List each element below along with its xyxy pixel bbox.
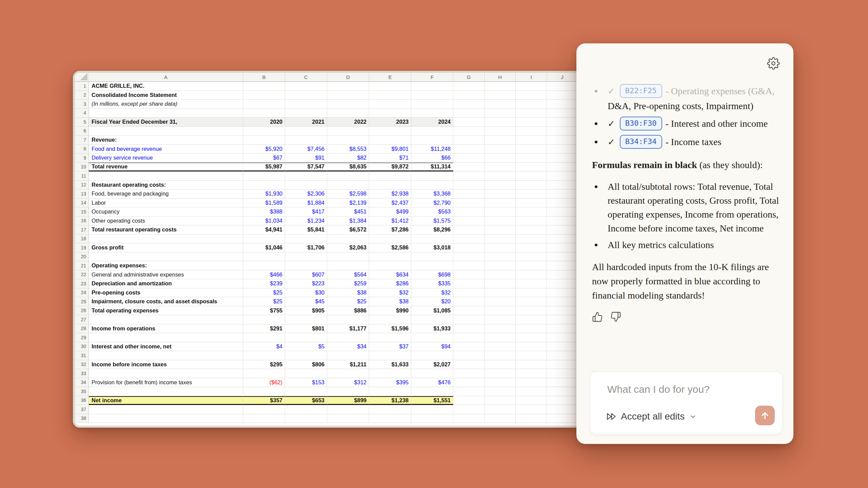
cell-C17[interactable]: $5,841 <box>285 225 327 235</box>
cell-I34[interactable] <box>516 378 547 387</box>
cell-J35[interactable] <box>547 387 578 396</box>
cell-A32[interactable]: Income before income taxes <box>89 360 243 369</box>
row-header-27[interactable]: 27 <box>75 315 89 324</box>
cell-E36[interactable]: $1,238 <box>369 396 411 405</box>
cell-F27[interactable] <box>411 315 453 324</box>
cell-B34[interactable]: ($62) <box>243 378 285 387</box>
cell-B10[interactable]: $5,987 <box>243 163 285 172</box>
cell-B11[interactable] <box>243 171 285 181</box>
cell-B2[interactable] <box>243 91 285 100</box>
cell-E21[interactable] <box>369 261 411 270</box>
cell-F20[interactable] <box>411 252 453 262</box>
cell-E23[interactable]: $286 <box>369 279 411 288</box>
cell-C27[interactable] <box>285 315 327 324</box>
cell-I10[interactable] <box>516 163 547 172</box>
cell-J30[interactable] <box>547 342 578 351</box>
cell-J37[interactable] <box>547 405 578 414</box>
cell-G27[interactable] <box>453 315 485 324</box>
cell-A26[interactable]: Total operating expenses <box>89 306 243 316</box>
cell-C26[interactable]: $905 <box>285 306 327 316</box>
cell-A6[interactable] <box>89 127 243 136</box>
row-header-18[interactable]: 18 <box>75 235 89 244</box>
cell-F5[interactable]: 2024 <box>411 118 453 127</box>
cell-E35[interactable] <box>369 387 411 396</box>
cell-F2[interactable] <box>411 91 453 100</box>
cell-G28[interactable] <box>453 324 485 333</box>
cell-I20[interactable] <box>516 252 547 262</box>
column-header-B[interactable]: B <box>243 73 285 82</box>
cell-I33[interactable] <box>516 369 547 378</box>
cell-J10[interactable] <box>547 163 578 172</box>
row-header-33[interactable]: 33 <box>75 369 89 378</box>
cell-A11[interactable] <box>89 171 243 181</box>
cell-E32[interactable]: $1,633 <box>369 360 411 369</box>
cell-A18[interactable] <box>89 235 243 244</box>
row-header-13[interactable]: 13 <box>75 189 89 199</box>
cell-G12[interactable] <box>453 181 485 190</box>
cell-F24[interactable]: $32 <box>411 288 453 298</box>
cell-C14[interactable]: $1,884 <box>285 199 327 208</box>
cell-A17[interactable]: Total restaurant operating costs <box>89 225 243 235</box>
cell-E12[interactable] <box>369 181 411 190</box>
cell-G13[interactable] <box>453 189 485 199</box>
cell-D23[interactable]: $259 <box>327 279 369 288</box>
row-header-32[interactable]: 32 <box>75 360 89 369</box>
cell-E13[interactable]: $2,938 <box>369 189 411 199</box>
cell-C8[interactable]: $7,456 <box>285 145 327 154</box>
cell-C12[interactable] <box>285 181 327 190</box>
cell-A24[interactable]: Pre-opening costs <box>89 288 243 298</box>
cell-H32[interactable] <box>485 360 516 369</box>
cell-J20[interactable] <box>547 252 578 262</box>
cell-I18[interactable] <box>516 235 547 244</box>
cell-E6[interactable] <box>369 127 411 136</box>
cell-C35[interactable] <box>285 387 327 396</box>
cell-D14[interactable]: $2,139 <box>327 199 369 208</box>
cell-G15[interactable] <box>453 207 485 217</box>
cell-I13[interactable] <box>516 189 547 199</box>
cell-H17[interactable] <box>485 225 516 235</box>
cell-J21[interactable] <box>547 261 578 270</box>
cell-G29[interactable] <box>453 333 485 342</box>
cell-E30[interactable]: $37 <box>369 342 411 351</box>
cell-J32[interactable] <box>547 360 578 369</box>
cell-D28[interactable]: $1,177 <box>327 324 369 333</box>
column-header-G[interactable]: G <box>453 73 485 82</box>
cell-A12[interactable]: Restaurant operating costs: <box>89 181 243 190</box>
cell-F16[interactable]: $1,575 <box>411 217 453 226</box>
cell-I12[interactable] <box>516 181 547 190</box>
cell-I25[interactable] <box>516 297 547 306</box>
row-header-16[interactable]: 16 <box>75 217 89 226</box>
cell-B17[interactable]: $4,941 <box>243 225 285 235</box>
cell-D17[interactable]: $6,572 <box>327 225 369 235</box>
cell-H23[interactable] <box>485 279 516 288</box>
cell-F29[interactable] <box>411 333 453 342</box>
cell-B5[interactable]: 2020 <box>243 118 285 127</box>
cell-F25[interactable]: $20 <box>411 297 453 306</box>
cell-H22[interactable] <box>485 270 516 280</box>
row-header-34[interactable]: 34 <box>75 378 89 387</box>
row-header-29[interactable]: 29 <box>75 333 89 342</box>
cell-C32[interactable]: $806 <box>285 360 327 369</box>
cell-A23[interactable]: Depreciation and amortization <box>89 279 243 288</box>
cell-J18[interactable] <box>547 235 578 244</box>
cell-I23[interactable] <box>516 279 547 288</box>
cell-J5[interactable] <box>547 118 578 127</box>
cell-C20[interactable] <box>285 252 327 262</box>
cell-I21[interactable] <box>516 261 547 270</box>
row-header-1[interactable]: 1 <box>75 82 89 91</box>
cell-I32[interactable] <box>516 360 547 369</box>
cell-G7[interactable] <box>453 136 485 145</box>
cell-A1[interactable]: ACME GRILLE, INC. <box>89 82 243 91</box>
cell-A35[interactable] <box>89 387 243 396</box>
cell-F14[interactable]: $2,790 <box>411 199 453 208</box>
cell-H21[interactable] <box>485 261 516 270</box>
row-header-31[interactable]: 31 <box>75 351 89 360</box>
cell-G8[interactable] <box>453 145 485 154</box>
cell-range-chip[interactable]: B34:F34 <box>620 135 662 149</box>
cell-D19[interactable]: $2,063 <box>327 243 369 252</box>
cell-C18[interactable] <box>285 235 327 244</box>
cell-H6[interactable] <box>485 127 516 136</box>
cell-A27[interactable] <box>89 315 243 324</box>
cell-E10[interactable]: $9,872 <box>369 163 411 172</box>
cell-J31[interactable] <box>547 351 578 360</box>
